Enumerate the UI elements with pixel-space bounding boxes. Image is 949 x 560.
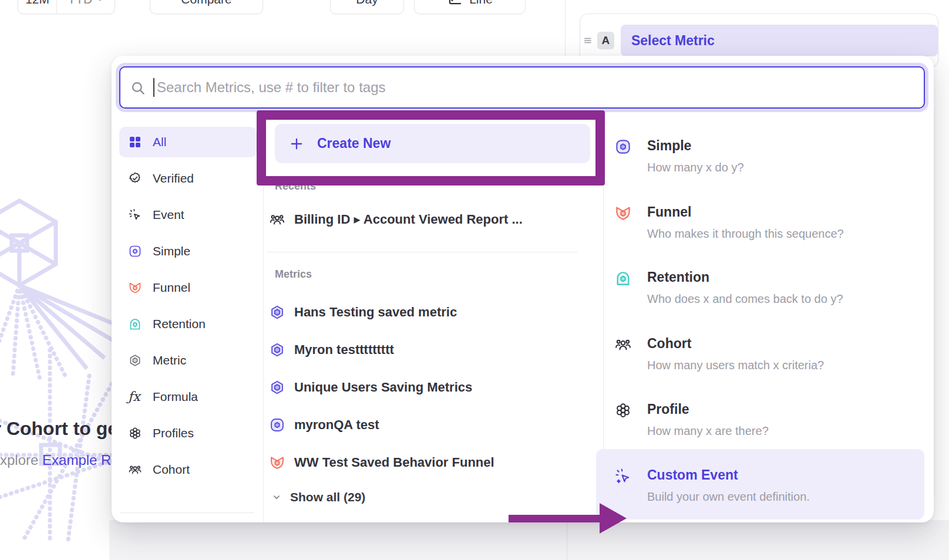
profiles-flower-icon (614, 402, 632, 419)
type-option-custom-event[interactable]: Custom Event Build your own event defini… (608, 466, 924, 504)
custom-event-icon (614, 467, 632, 485)
sidebar-label: Profiles (153, 426, 194, 440)
text-caret (153, 78, 154, 97)
sidebar-label: Metric (153, 353, 186, 367)
annotation-arrow (509, 515, 601, 522)
profiles-flower-icon (128, 426, 142, 440)
show-all-label: Show all (29) (290, 490, 365, 504)
page-bottom-area (109, 520, 949, 560)
drag-handle-icon[interactable] (583, 36, 593, 45)
select-metric-label: Select Metric (631, 33, 715, 49)
sidebar-item-cohort[interactable]: Cohort (119, 454, 257, 485)
sidebar-item-metric[interactable]: Metric (119, 345, 257, 376)
range-12m-button[interactable]: 12M (18, 0, 56, 14)
sidebar-section-divider (120, 512, 254, 513)
type-desc: How many x do y? (647, 161, 924, 174)
sidebar-item-all[interactable]: All (119, 127, 257, 157)
verified-seal-icon (128, 171, 142, 185)
metric-hexagon-icon (269, 379, 285, 396)
compare-button[interactable]: Compare (150, 0, 263, 14)
event-cursor-icon (128, 208, 142, 222)
metric-list-item[interactable]: Unique Users Saving Metrics (269, 375, 592, 400)
create-new-button[interactable]: Create New (275, 124, 590, 163)
sidebar-label: Event (153, 208, 184, 222)
search-input[interactable] (119, 66, 925, 109)
date-range-segmented-control[interactable]: 12M YTD (18, 0, 115, 14)
recent-item-label: Billing ID ▸ Account Viewed Report ... (294, 212, 523, 227)
type-title: Simple (647, 137, 924, 154)
sidebar-label: Formula (153, 390, 198, 404)
metric-hexagon-icon (128, 353, 142, 367)
sidebar-item-retention[interactable]: Retention (119, 309, 257, 339)
metrics-section-label: Metrics (275, 268, 312, 281)
sidebar-label: Cohort (153, 463, 190, 477)
funnel-icon (614, 204, 632, 222)
type-title: Custom Event (647, 466, 924, 484)
select-metric-field[interactable]: Select Metric (621, 25, 938, 56)
empty-state-headline-fragment: or Cohort to ge (0, 418, 118, 440)
cohort-people-icon (269, 211, 285, 228)
sidebar-item-event[interactable]: Event (119, 200, 257, 230)
sidebar-label: All (153, 135, 166, 149)
sidebar-item-formula[interactable]: ƒx Formula (119, 382, 257, 412)
range-12m-label: 12M (25, 0, 49, 6)
plus-icon (289, 136, 304, 151)
range-ytd-button[interactable]: YTD (56, 0, 115, 14)
sidebar-item-funnel[interactable]: Funnel (119, 272, 257, 303)
simple-square-hexagon-icon (269, 417, 285, 433)
type-option-retention[interactable]: Retention Who does x and comes back to d… (608, 268, 924, 306)
granularity-day-button[interactable]: Day (330, 0, 404, 14)
sidebar-label: Verified (153, 171, 194, 185)
type-desc: Who does x and comes back to do y? (647, 292, 924, 306)
metric-item-label: Hans Testing saved metric (294, 305, 457, 320)
select-metric-modal: All Verified Event Simple Funnel Retenti… (112, 56, 934, 522)
compare-label: Compare (181, 0, 231, 6)
sidebar-item-simple[interactable]: Simple (119, 236, 257, 266)
type-desc: Who makes it through this sequence? (647, 227, 924, 241)
range-ytd-label: YTD (68, 0, 92, 6)
type-option-funnel[interactable]: Funnel Who makes it through this sequenc… (608, 203, 924, 241)
simple-square-hexagon-icon (128, 244, 142, 258)
type-option-cohort[interactable]: Cohort How many users match x criteria? (608, 335, 924, 372)
search-box (119, 66, 925, 109)
chevron-down-icon (271, 492, 282, 502)
chart-type-line-button[interactable]: Line (414, 0, 526, 14)
search-icon (130, 80, 146, 96)
sidebar-item-tags-partial[interactable]: Tags (119, 516, 257, 522)
metric-item-label: myronQA test (294, 417, 379, 433)
recents-section-label: Recents (275, 180, 316, 193)
type-option-simple[interactable]: Simple How many x do y? (608, 137, 924, 174)
recent-item-billing[interactable]: Billing ID ▸ Account Viewed Report ... (269, 207, 592, 232)
metric-list-item[interactable]: myronQA test (269, 413, 592, 437)
explore-prefix: Explore (0, 452, 38, 468)
type-option-profile[interactable]: Profile How many x are there? (608, 400, 924, 438)
metric-item-label: WW Test Saved Behavior Funnel (294, 455, 494, 470)
line-label: Line (469, 0, 493, 6)
page-column-divider-top (565, 0, 566, 56)
series-badge: A (597, 32, 614, 49)
metric-item-label: Myron testtttttttt (294, 342, 394, 357)
type-title: Profile (647, 400, 924, 418)
metric-list-item[interactable]: WW Test Saved Behavior Funnel (269, 450, 592, 475)
chevron-down-icon (96, 0, 104, 4)
formula-fx-icon: ƒx (128, 390, 142, 404)
page-column-divider-bottom (567, 520, 567, 560)
annotation-arrow-head (600, 503, 627, 534)
metric-item-label: Unique Users Saving Metrics (294, 380, 472, 395)
decorative-wireframe-illustration (0, 193, 120, 545)
type-title: Retention (647, 268, 924, 286)
sidebar-label: Simple (153, 244, 190, 258)
line-chart-icon (447, 0, 462, 7)
cohort-people-icon (128, 463, 142, 477)
retention-arch-icon (128, 317, 142, 331)
metric-list-item[interactable]: Hans Testing saved metric (269, 300, 592, 325)
sidebar-item-verified[interactable]: Verified (119, 163, 257, 194)
metric-list-item[interactable]: Myron testtttttttt (269, 338, 592, 362)
sidebar-item-profiles[interactable]: Profiles (119, 418, 257, 448)
type-title: Cohort (647, 335, 924, 352)
funnel-icon (128, 281, 142, 295)
funnel-icon (269, 454, 285, 471)
metric-hexagon-icon (269, 342, 285, 358)
show-all-toggle[interactable]: Show all (29) (271, 490, 365, 504)
sidebar-label: Funnel (153, 281, 190, 295)
